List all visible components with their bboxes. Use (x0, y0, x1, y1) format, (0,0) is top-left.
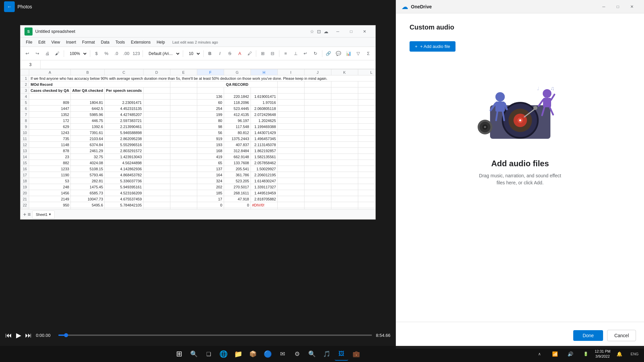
sheet-menu-button[interactable]: ≡ (28, 212, 31, 218)
link-button[interactable]: 🔗 (324, 49, 333, 58)
zoom-select[interactable]: 100% (66, 49, 88, 58)
sheet-tab-1[interactable]: Sheet1 ▾ (32, 210, 55, 219)
ss-grid-container[interactable]: A B C D E F G H I J K L M 1 (20, 69, 375, 209)
col-header-k[interactable]: K (331, 69, 358, 75)
menu-extensions[interactable]: Extensions (128, 39, 153, 46)
col-header-i[interactable]: I (277, 69, 304, 75)
merge-button[interactable]: ⊟ (268, 49, 277, 58)
qa-record-header[interactable]: QA RECORD (197, 81, 277, 87)
od-maximize-button[interactable]: □ (611, 2, 625, 11)
col-after-qa[interactable]: After QA checked (71, 87, 105, 94)
highlight-button[interactable]: 🖊 (246, 49, 254, 58)
col-header-b[interactable]: B (71, 69, 105, 75)
col-header-j[interactable]: J (304, 69, 331, 75)
progress-thumb[interactable] (64, 333, 68, 337)
font-select[interactable]: Default (Ari… (145, 49, 181, 58)
menu-tools[interactable]: Tools (113, 39, 127, 46)
play-button[interactable]: ▶ (16, 331, 21, 339)
menu-file[interactable]: File (23, 39, 35, 46)
redo-button[interactable]: ↪ (33, 49, 42, 58)
back-button[interactable]: ← (4, 1, 15, 12)
bold-button[interactable]: B (206, 49, 214, 58)
spreadsheet-title[interactable]: Untitled spreadsheet (35, 29, 307, 34)
taskbar-edge[interactable]: 🌐 (217, 347, 230, 361)
comment-button[interactable]: 💬 (334, 49, 343, 58)
copy-icon[interactable]: ⊡ (317, 29, 321, 34)
taskbar-explorer[interactable]: 📁 (231, 347, 245, 361)
print-button[interactable]: 🖨 (43, 49, 52, 58)
cell-reference[interactable]: 3 (20, 60, 41, 69)
col-header-e[interactable]: E (170, 69, 197, 75)
taskbar-app2[interactable]: 💼 (350, 347, 363, 361)
minimize-button[interactable]: ─ (331, 27, 344, 36)
menu-view[interactable]: View (49, 39, 63, 46)
chart-button[interactable]: 📊 (344, 49, 353, 58)
done-button[interactable]: Done (573, 330, 603, 341)
col-per-speech[interactable]: Per speech seconds (105, 87, 143, 94)
cancel-button[interactable]: Cancel (607, 330, 636, 341)
od-minimize-button[interactable]: ─ (597, 2, 610, 11)
menu-edit[interactable]: Edit (36, 39, 48, 46)
col-header-l[interactable]: L (358, 69, 375, 75)
menu-help[interactable]: Help (154, 39, 168, 46)
network-icon[interactable]: 📶 (548, 347, 562, 361)
borders-button[interactable]: ⊞ (258, 49, 267, 58)
taskbar-chrome[interactable]: 🔵 (261, 347, 274, 361)
skip-forward-button[interactable]: ⏭ (25, 331, 32, 339)
skip-back-button[interactable]: ⏮ (5, 331, 12, 339)
valign-button[interactable]: ⊥ (291, 49, 300, 58)
rotate-button[interactable]: ↻ (311, 49, 320, 58)
progress-bar[interactable] (58, 335, 372, 336)
volume-icon[interactable]: 🔊 (564, 347, 577, 361)
task-view-button[interactable]: ❑ (202, 347, 215, 361)
col-header-h[interactable]: H (251, 69, 277, 75)
taskbar-settings[interactable]: ⚙ (290, 347, 304, 361)
undo-button[interactable]: ↩ (23, 49, 32, 58)
close-button[interactable]: ✕ (358, 27, 371, 36)
notification-button[interactable]: 🔔 (612, 347, 626, 361)
currency-button[interactable]: $ (92, 49, 101, 58)
show-hidden-icons[interactable]: ∧ (533, 347, 546, 361)
percent-button[interactable]: % (102, 49, 111, 58)
filter-button[interactable]: ▽ (354, 49, 363, 58)
add-audio-file-button[interactable]: + + Add audio file (410, 41, 455, 52)
menu-data[interactable]: Data (98, 39, 112, 46)
maximize-button[interactable]: □ (344, 27, 358, 36)
taskbar-clock[interactable]: 12:31 PM 3/9/2022 (595, 349, 610, 359)
format-number[interactable]: 123 (132, 49, 141, 58)
font-color-button[interactable]: A (235, 49, 244, 58)
taskbar-app1[interactable]: 🎵 (320, 347, 333, 361)
italic-button[interactable]: I (216, 49, 224, 58)
taskbar-dropbox[interactable]: 📦 (246, 347, 260, 361)
align-button[interactable]: ≡ (281, 49, 290, 58)
formula-input[interactable] (41, 60, 375, 69)
taskbar-mail[interactable]: ✉ (276, 347, 289, 361)
star-icon[interactable]: ☆ (310, 29, 314, 34)
wrap-button[interactable]: ↵ (301, 49, 310, 58)
font-size-select[interactable]: 10 (185, 49, 201, 58)
menu-insert[interactable]: Insert (63, 39, 79, 46)
paint-format-button[interactable]: 🖌 (53, 49, 62, 58)
taskbar-photos[interactable]: 🖼 (335, 347, 348, 361)
language-indicator[interactable]: ENG (628, 347, 641, 361)
start-button[interactable]: ⊞ (172, 347, 186, 361)
function-button[interactable]: Σ (364, 49, 373, 58)
decimal-button[interactable]: .0 (112, 49, 121, 58)
decimal-places-button[interactable]: .00 (122, 49, 131, 58)
col-header-f[interactable]: F (197, 69, 224, 75)
col-header-g[interactable]: G (224, 69, 251, 75)
col-header-d[interactable]: D (143, 69, 170, 75)
cloud-icon[interactable]: ☁ (324, 29, 328, 34)
menu-format[interactable]: Format (79, 39, 98, 46)
od-close-button[interactable]: ✕ (625, 2, 639, 11)
battery-icon[interactable]: 🔋 (579, 347, 593, 361)
add-sheet-button[interactable]: + (23, 212, 26, 218)
col-header-a[interactable]: A (29, 69, 71, 75)
taskbar-search2[interactable]: 🔍 (305, 347, 319, 361)
notice-cell[interactable]: If we find anyone who has accuracy below… (29, 75, 375, 81)
col-cases-qa[interactable]: Cases checked by QA (29, 87, 71, 94)
mod-record-header[interactable]: MOd Record (29, 81, 170, 87)
col-header-c[interactable]: C (105, 69, 143, 75)
strikethrough-button[interactable]: S (225, 49, 234, 58)
taskbar-search[interactable]: 🔍 (187, 347, 201, 361)
